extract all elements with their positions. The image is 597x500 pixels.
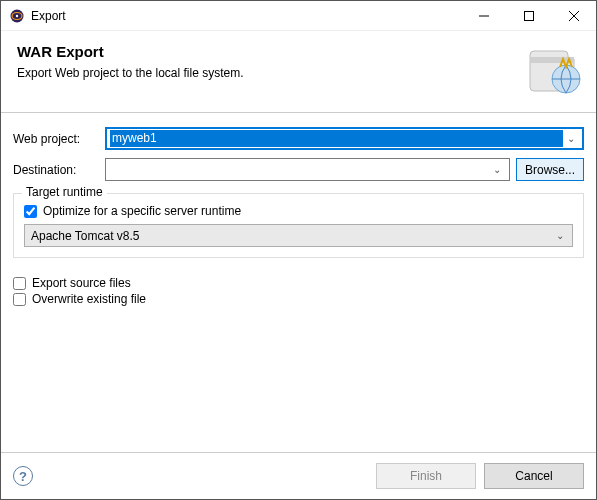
cancel-button[interactable]: Cancel xyxy=(484,463,584,489)
destination-label: Destination: xyxy=(13,163,99,177)
target-runtime-group: Target runtime Optimize for a specific s… xyxy=(13,193,584,258)
svg-point-2 xyxy=(16,14,18,16)
chevron-down-icon: ⌄ xyxy=(489,164,505,175)
minimize-button[interactable] xyxy=(461,1,506,31)
export-source-checkbox[interactable] xyxy=(13,277,26,290)
browse-button[interactable]: Browse... xyxy=(516,158,584,181)
titlebar: Export xyxy=(1,1,596,31)
war-export-icon xyxy=(522,37,586,101)
close-button[interactable] xyxy=(551,1,596,31)
target-runtime-title: Target runtime xyxy=(22,185,107,199)
finish-button[interactable]: Finish xyxy=(376,463,476,489)
destination-combo[interactable]: ⌄ xyxy=(105,158,510,181)
wizard-content: Web project: myweb1 ⌄ Destination: ⌄ Bro… xyxy=(1,113,596,452)
wizard-banner: WAR Export Export Web project to the loc… xyxy=(1,31,596,113)
window-title: Export xyxy=(31,9,66,23)
destination-value xyxy=(110,161,489,178)
export-source-label: Export source files xyxy=(32,276,131,290)
runtime-value: Apache Tomcat v8.5 xyxy=(31,229,140,243)
overwrite-checkbox[interactable] xyxy=(13,293,26,306)
optimize-checkbox-row[interactable]: Optimize for a specific server runtime xyxy=(24,204,573,218)
chevron-down-icon: ⌄ xyxy=(563,133,579,144)
overwrite-row[interactable]: Overwrite existing file xyxy=(13,292,584,306)
webproject-combo[interactable]: myweb1 ⌄ xyxy=(105,127,584,150)
help-icon[interactable]: ? xyxy=(13,466,33,486)
banner-subtitle: Export Web project to the local file sys… xyxy=(17,66,580,80)
chevron-down-icon: ⌄ xyxy=(556,230,564,241)
webproject-value: myweb1 xyxy=(110,130,563,147)
webproject-label: Web project: xyxy=(13,132,99,146)
eclipse-icon xyxy=(9,8,25,24)
banner-title: WAR Export xyxy=(17,43,580,60)
maximize-button[interactable] xyxy=(506,1,551,31)
svg-rect-4 xyxy=(524,11,533,20)
overwrite-label: Overwrite existing file xyxy=(32,292,146,306)
export-source-row[interactable]: Export source files xyxy=(13,276,584,290)
runtime-select[interactable]: Apache Tomcat v8.5 ⌄ xyxy=(24,224,573,247)
wizard-footer: ? Finish Cancel xyxy=(1,452,596,499)
optimize-checkbox[interactable] xyxy=(24,205,37,218)
optimize-label: Optimize for a specific server runtime xyxy=(43,204,241,218)
